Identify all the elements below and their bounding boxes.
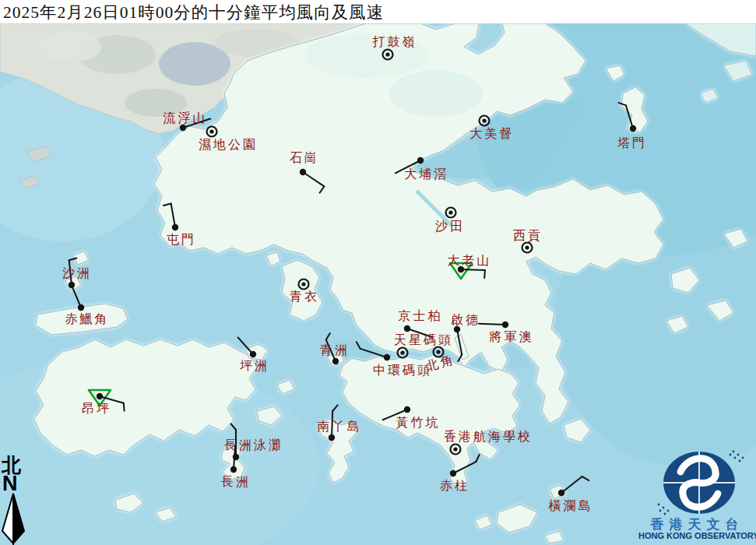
calm-wind-dot: [453, 447, 457, 451]
station-label-tai-po-kau[interactable]: 大埔滘: [405, 167, 449, 183]
station-label-lau-fau-shan[interactable]: 流浮山: [164, 111, 208, 127]
station-label-tap-mun[interactable]: 塔門: [617, 135, 647, 152]
station-dot: [250, 351, 256, 357]
station-label-star-ferry-pier[interactable]: 天星碼頭: [394, 332, 453, 349]
station-label-shek-kong[interactable]: 石崗: [290, 150, 319, 167]
wind-barb-shaft: [461, 269, 485, 270]
station-dot: [172, 224, 178, 230]
calm-wind-dot: [400, 350, 404, 354]
station-dot: [300, 169, 306, 175]
station-label-tsing-yi[interactable]: 青衣: [290, 289, 319, 305]
station-dot: [97, 393, 103, 399]
wind-barb-shaft: [479, 324, 505, 325]
north-arrow-icon: [0, 492, 31, 545]
station-label-ngong-ping[interactable]: 昂坪: [82, 401, 111, 417]
wind-map-app: 打鼓嶺流浮山濕地公園石崗大美督塔門大埔滘沙田屯門西貢大老山沙洲赤鱲角青衣京士柏啟…: [0, 0, 756, 545]
station-label-stanley[interactable]: 赤柱: [440, 478, 469, 494]
station-label-peng-chau[interactable]: 坪洲: [240, 358, 269, 374]
station-label-ta-kwu-ling[interactable]: 打鼓嶺: [373, 34, 417, 51]
north-indicator: 北 N: [0, 456, 34, 545]
calm-wind-dot: [525, 245, 529, 249]
station-label-lamma-island[interactable]: 南丫島: [318, 419, 362, 435]
station-label-kai-tak[interactable]: 啟德: [451, 312, 480, 329]
station-label-kings-park[interactable]: 京士柏: [399, 308, 443, 325]
station-dot: [404, 325, 410, 332]
station-label-wetland-park[interactable]: 濕地公園: [199, 137, 258, 153]
calm-wind-dot: [301, 282, 305, 286]
station-label-tuen-mun[interactable]: 屯門: [167, 232, 196, 248]
station-label-cheung-chau-beach[interactable]: 長洲泳灘: [224, 438, 283, 454]
station-label-sha-chau[interactable]: 沙洲: [62, 265, 92, 282]
hko-logo: 香港天文台 HONG KONG OBSERVATORY: [638, 450, 756, 545]
station-label-chek-lap-kok[interactable]: 赤鱲角: [65, 311, 110, 328]
station-label-tseung-kwan-o[interactable]: 將軍澳: [490, 329, 534, 346]
calm-wind-dot: [209, 129, 213, 133]
station-dot: [417, 157, 424, 164]
station-dot: [630, 125, 636, 132]
station-dot: [230, 466, 237, 473]
north-label-en: N: [2, 475, 34, 492]
station-dot: [558, 490, 564, 496]
title-bar: 2025年2月26日01時00分的十分鐘平均風向及風速: [0, 0, 756, 23]
station-label-green-island[interactable]: 青洲: [320, 343, 350, 359]
station-dot: [450, 470, 456, 476]
station-dot: [384, 354, 390, 360]
station-dot: [332, 358, 339, 364]
station-dot: [404, 406, 410, 413]
hko-logo-title-en: HONG KONG OBSERVATORY: [638, 531, 756, 540]
hko-logo-icon: [638, 450, 756, 515]
calm-wind-dot: [385, 52, 389, 56]
station-dot: [502, 322, 508, 328]
station-label-wong-chuk-hang[interactable]: 黃竹坑: [396, 415, 441, 431]
station-label-sai-kung[interactable]: 西貢: [513, 228, 543, 244]
calm-wind-dot: [448, 210, 452, 214]
station-label-sha-tin[interactable]: 沙田: [435, 219, 465, 235]
station-label-tai-mei-tuk[interactable]: 大美督: [470, 126, 515, 142]
station-label-cheung-chau[interactable]: 長洲: [221, 474, 251, 490]
station-dot: [78, 304, 84, 311]
calm-wind-dot: [482, 118, 486, 122]
wind-barb-feather: [124, 403, 125, 411]
map-title: 2025年2月26日01時00分的十分鐘平均風向及風速: [3, 1, 384, 23]
station-label-waglan-island[interactable]: 橫瀾島: [549, 498, 593, 515]
station-label-central-pier[interactable]: 中環碼頭: [373, 363, 432, 379]
station-label-tates-cairn[interactable]: 大老山: [448, 253, 492, 269]
calm-wind-dot: [436, 350, 440, 353]
station-label-hk-sea-school[interactable]: 香港航海學校: [444, 429, 533, 445]
station-dot: [329, 434, 335, 441]
wind-barb-feather: [484, 270, 485, 278]
